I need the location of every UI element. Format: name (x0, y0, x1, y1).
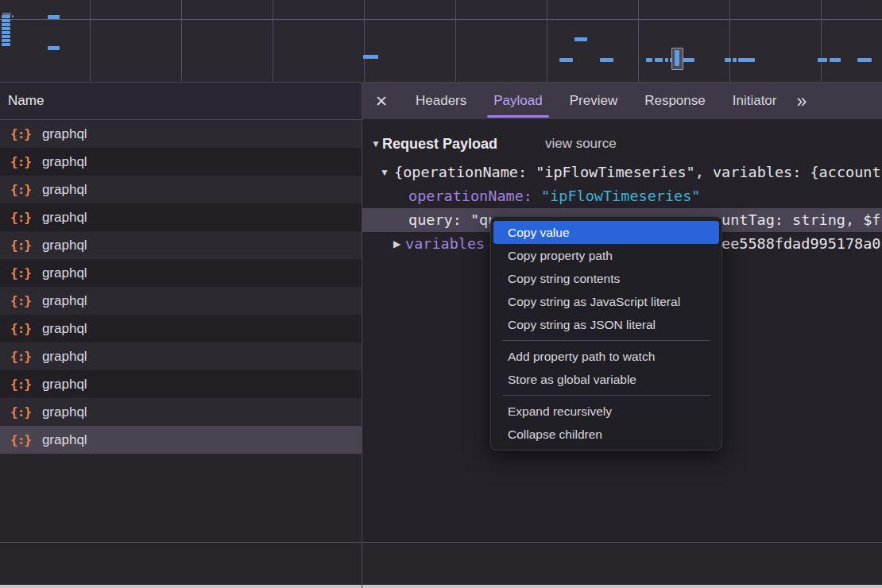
json-fetch-icon: {:} (10, 126, 31, 141)
overview-request-bar (12, 15, 14, 17)
json-fetch-icon: {:} (10, 377, 31, 392)
request-name-label: graphql (42, 432, 87, 448)
network-overview-strip[interactable] (0, 0, 882, 83)
request-row[interactable]: {:}graphql (0, 315, 362, 342)
tab-payload[interactable]: Payload (493, 83, 542, 119)
overview-gridline (273, 0, 273, 82)
json-fetch-icon: {:} (10, 154, 31, 169)
overview-request-bar (857, 58, 872, 62)
overview-request-bar (2, 23, 10, 26)
request-row[interactable]: {:}graphql (0, 176, 362, 203)
property-key: operationName: (408, 184, 532, 208)
request-name-label: graphql (42, 293, 87, 309)
request-row[interactable]: {:}graphql (0, 148, 362, 176)
section-disclosure-triangle-icon[interactable]: ▼ (371, 138, 381, 149)
request-list-panel: Name {:}graphql{:}graphql{:}graphql{:}gr… (0, 83, 362, 588)
json-fetch-icon: {:} (10, 182, 31, 197)
property-value: "ipFlowTimeseries" (541, 184, 700, 208)
request-name-label: graphql (42, 321, 87, 337)
context-menu-item[interactable]: Copy property path (491, 244, 721, 267)
overview-gridline (547, 0, 547, 82)
context-menu-item[interactable]: Collapse children (491, 423, 721, 446)
request-name-label: graphql (42, 210, 87, 226)
overview-gridline (455, 0, 456, 82)
overview-selected-request-marker (671, 48, 683, 70)
request-row[interactable]: {:}graphql (0, 259, 362, 287)
overview-request-bar (2, 31, 10, 34)
overview-request-bar (830, 58, 841, 62)
request-name-label: graphql (42, 154, 87, 170)
request-name-label: graphql (42, 182, 87, 198)
context-menu-item[interactable]: Store as global variable (491, 368, 721, 391)
overview-request-bar (646, 58, 652, 62)
tab-headers[interactable]: Headers (416, 83, 466, 119)
devtools-network-panel: Name {:}graphql{:}graphql{:}graphql{:}gr… (0, 0, 882, 588)
overview-selected-request-bar (675, 50, 679, 66)
json-fetch-icon: {:} (10, 265, 31, 280)
overview-gridline (364, 0, 365, 82)
request-row[interactable]: {:}graphql (0, 203, 362, 231)
disclosure-triangle-icon[interactable]: ▼ (380, 161, 389, 184)
request-row[interactable]: {:}graphql (0, 370, 362, 398)
overview-request-bar (738, 58, 755, 62)
overview-request-bar (2, 19, 10, 22)
name-column-header[interactable]: Name (0, 83, 362, 120)
request-name-label: graphql (42, 404, 87, 420)
tree-preview-row[interactable]: ▼ {operationName: "ipFlowTimeseries", va… (362, 161, 882, 184)
request-name-label: graphql (42, 238, 87, 253)
overview-request-bar (2, 27, 10, 30)
context-menu: Copy valueCopy property pathCopy string … (490, 216, 722, 451)
request-row[interactable]: {:}graphql (0, 342, 362, 370)
tab-response[interactable]: Response (644, 83, 706, 119)
overview-request-bar (725, 58, 731, 62)
overview-request-bar (665, 58, 668, 62)
json-fetch-icon: {:} (10, 349, 31, 364)
context-menu-item[interactable]: Expand recursively (491, 400, 721, 423)
tab-initiator[interactable]: Initiator (733, 83, 777, 119)
screenshot-bottom-edge (0, 585, 882, 588)
name-column-label: Name (8, 93, 44, 109)
tab-preview[interactable]: Preview (570, 83, 617, 119)
context-menu-item[interactable]: Copy value (493, 221, 719, 244)
context-menu-item[interactable]: Copy string as JSON literal (491, 313, 721, 336)
view-source-link[interactable]: view source (545, 136, 617, 152)
request-row[interactable]: {:}graphql (0, 398, 362, 426)
overview-gridline (821, 0, 822, 82)
json-fetch-icon: {:} (10, 432, 31, 447)
property-value-fragment: untTag: string, $f (721, 208, 880, 232)
request-name-label: graphql (42, 126, 87, 142)
overview-request-bar (818, 58, 827, 62)
overview-request-bar (2, 35, 10, 38)
request-row[interactable]: {:}graphql (0, 426, 362, 454)
overview-request-bar (2, 39, 10, 42)
status-footer (0, 543, 882, 585)
overview-request-bar (733, 58, 737, 62)
request-rows: {:}graphql{:}graphql{:}graphql{:}graphql… (0, 120, 362, 454)
request-row[interactable]: {:}graphql (0, 231, 362, 259)
disclosure-triangle-icon[interactable]: ▶ (393, 232, 400, 256)
overview-request-bar (600, 58, 613, 62)
property-key-value: query: "qu (408, 208, 497, 232)
tree-row-operationname[interactable]: operationName: "ipFlowTimeseries" (362, 184, 882, 208)
overview-request-bar (559, 58, 573, 62)
panel-divider[interactable] (362, 83, 362, 588)
overview-request-bar (48, 15, 60, 19)
request-row[interactable]: {:}graphql (0, 287, 362, 315)
overview-request-bar (363, 55, 378, 59)
overview-request-bar (574, 37, 587, 41)
property-key: variables (405, 232, 485, 256)
json-fetch-icon: {:} (10, 404, 31, 420)
request-payload-header: ▼ Request Payload view source (362, 130, 882, 157)
overview-request-bar (2, 43, 10, 46)
overflow-tabs-icon[interactable]: » (796, 91, 805, 112)
json-fetch-icon: {:} (10, 321, 31, 336)
context-menu-item[interactable]: Copy string as JavaScript literal (491, 290, 721, 313)
menu-separator (502, 340, 710, 341)
request-name-label: graphql (42, 265, 87, 281)
context-menu-item[interactable]: Copy string contents (491, 267, 721, 290)
close-icon[interactable]: ✕ (374, 92, 389, 110)
overview-request-bar (48, 46, 60, 50)
request-row[interactable]: {:}graphql (0, 120, 362, 148)
overview-gridline (729, 0, 730, 82)
context-menu-item[interactable]: Add property path to watch (491, 345, 721, 368)
